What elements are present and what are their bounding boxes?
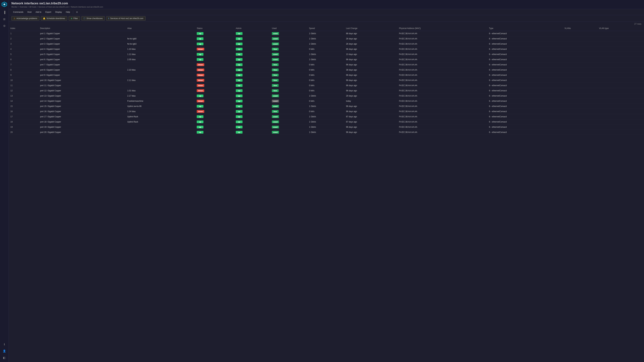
cell-alias: fw-ks-igb3: [126, 41, 195, 46]
cell-last-change: 96 days ago: [344, 62, 397, 67]
cell-type: 6 - ethernetCsmacd: [487, 109, 563, 114]
table-row[interactable]: 3 port 3: Gigabit Copper fw-ks-igb3 up u…: [9, 41, 644, 46]
cell-index: 13: [9, 93, 38, 98]
table-row[interactable]: 11 port 11: Gigabit Copper down up free …: [9, 83, 644, 88]
cell-alias: [126, 31, 195, 36]
cell-mac: F4:EC:38:AA:AA:AA: [397, 114, 487, 119]
cell-speed: 0 bit/s: [308, 109, 344, 114]
cell-mac: F4:EC:38:AA:AA:AA: [397, 109, 487, 114]
cell-description: port 10: Gigabit Copper: [38, 78, 126, 83]
cell-description: port 1: Gigabit Copper: [38, 31, 126, 36]
cell-admin: up: [234, 78, 270, 83]
table-row[interactable]: 6 port 6: Gigabit Copper 2.05 blau up up…: [9, 57, 644, 62]
cell-vlans: [563, 93, 598, 98]
cell-last-change: 26 days ago: [344, 36, 397, 41]
cell-alias: Frankiermaschine: [126, 98, 195, 104]
commands-button[interactable]: Commands: [12, 10, 25, 14]
checkboxes-button[interactable]: ☐ Show checkboxes: [81, 16, 105, 21]
cell-vlan-type: [598, 36, 644, 41]
cell-index: 8: [9, 67, 38, 72]
col-last-change: Last Change: [344, 26, 397, 31]
cell-admin: up: [234, 88, 270, 93]
col-vlans: VLANs: [563, 26, 598, 31]
table-row[interactable]: 12 port 12: Gigabit Copper 1.01 blau dow…: [9, 88, 644, 93]
table-row[interactable]: 13 port 13: Gigabit Copper 2.17 blau up …: [9, 93, 644, 98]
sidebar-item-settings[interactable]: ⚙: [1, 23, 8, 29]
host-button[interactable]: Host: [26, 10, 33, 14]
cell-alias: 2.05 blau: [126, 57, 195, 62]
cell-type: 6 - ethernetCsmacd: [487, 88, 563, 93]
table-row[interactable]: 5 port 5: Gigabit Copper 1.11 blau up up…: [9, 52, 644, 57]
table-header-row: Index Description Alias Status Admin Use…: [9, 26, 644, 31]
cell-description: port 19: Gigabit Copper: [38, 124, 126, 130]
cell-used: used: [270, 36, 308, 41]
cell-mac: F4:EC:38:AA:AA:AA: [397, 72, 487, 78]
cell-used: free: [270, 88, 308, 93]
sidebar-item-overview[interactable]: ⊞: [1, 16, 8, 22]
addto-button[interactable]: Add to: [34, 10, 43, 14]
chart-icon: ▐: [3, 11, 5, 14]
cell-status: up: [195, 130, 234, 135]
cell-last-change: 13 days ago: [344, 52, 397, 57]
cell-speed: 0 bit/s: [308, 78, 344, 83]
services-button[interactable]: ℹ Services of Host sw1.lan.tribe29.com: [106, 16, 146, 21]
collapse-button[interactable]: ⊙: [74, 10, 80, 14]
table-row[interactable]: 4 port 4: Gigabit Copper 1.10 blau down …: [9, 46, 644, 52]
cell-vlans: [563, 88, 598, 93]
cell-last-change: 38 days ago: [344, 67, 397, 72]
cell-last-change: 96 days ago: [344, 46, 397, 52]
col-mac: Physical Address (MAC): [397, 26, 487, 31]
sidebar-toggle-icon: ◧: [3, 356, 6, 359]
cell-type: 6 - ethernetCsmacd: [487, 98, 563, 104]
cell-alias: 2.10 blau: [126, 67, 195, 72]
cell-status: down: [195, 46, 234, 52]
table-row[interactable]: 16 port 16: Gigabit Copper 1.24 blau dow…: [9, 109, 644, 114]
cell-last-change: 29 days ago: [344, 93, 397, 98]
help-button[interactable]: Help: [64, 10, 72, 14]
table-row[interactable]: 2 port 2: Gigabit Copper fw-ks-igb0 up u…: [9, 36, 644, 41]
table-row[interactable]: 8 port 8: Gigabit Copper 2.10 blau down …: [9, 67, 644, 72]
schedule-button[interactable]: 🔔 Schedule downtimes: [41, 16, 67, 21]
table-row[interactable]: 15 port 15: Gigabit Copper Uplink sw-ks-…: [9, 104, 644, 109]
cell-last-change: 96 days ago: [344, 130, 397, 135]
sidebar-item-user[interactable]: 👤: [1, 348, 8, 354]
cell-vlans: [563, 31, 598, 36]
table-row[interactable]: 14 port 14: Gigabit Copper Frankiermasch…: [9, 98, 644, 104]
col-admin: Admin: [234, 26, 270, 31]
cell-description: port 18: Gigabit Copper: [38, 119, 126, 124]
cell-type: 6 - ethernetCsmacd: [487, 104, 563, 109]
action-bar: ⚠ Acknowledge problems 🔔 Schedule downti…: [9, 15, 644, 22]
cell-status: down: [195, 62, 234, 67]
cell-speed: 0 bit/s: [308, 72, 344, 78]
cell-vlans: [563, 52, 598, 57]
filter-button[interactable]: ⊕ Filter: [68, 16, 80, 21]
table-row[interactable]: 9 port 9: Gigabit Copper down up free 0 …: [9, 72, 644, 78]
cell-last-change: today: [344, 98, 397, 104]
table-row[interactable]: 7 port 7: Gigabit Copper down up free 0 …: [9, 62, 644, 67]
cell-alias: 1.10 blau: [126, 46, 195, 52]
cell-mac: F4:EC:38:AA:AA:AA: [397, 57, 487, 62]
cell-description: port 5: Gigabit Copper: [38, 52, 126, 57]
export-button[interactable]: Export: [44, 10, 53, 14]
cell-index: 19: [9, 124, 38, 130]
sidebar-logo[interactable]: [1, 1, 8, 7]
display-button[interactable]: Display: [54, 10, 64, 14]
sidebar-item-toggle[interactable]: ◧: [1, 355, 8, 361]
sidebar-item-dashboard[interactable]: ▐: [1, 9, 8, 15]
cell-mac: F4:EC:38:AA:AA:AA: [397, 67, 487, 72]
cell-last-change: 87 days ago: [344, 119, 397, 124]
table-row[interactable]: 10 port 10: Gigabit Copper 2.11 blau dow…: [9, 78, 644, 83]
cell-index: 20: [9, 130, 38, 135]
sidebar-item-info[interactable]: ℹ: [1, 341, 8, 347]
table-row[interactable]: 17 port 17: Gigabit Copper Uplink-Rack u…: [9, 114, 644, 119]
cell-index: 14: [9, 98, 38, 104]
acknowledge-button[interactable]: ⚠ Acknowledge problems: [12, 16, 40, 21]
table-row[interactable]: 19 port 19: Gigabit Copper up up used 1 …: [9, 124, 644, 130]
col-description: Description: [38, 26, 126, 31]
table-row[interactable]: 1 port 1: Gigabit Copper up up used 1 Gb…: [9, 31, 644, 36]
row-count: 27 rows: [9, 22, 644, 26]
cell-used: used: [270, 31, 308, 36]
table-row[interactable]: 20 port 20: Gigabit Copper up up used 1 …: [9, 130, 644, 135]
table-row[interactable]: 18 port 18: Gigabit Copper Uplink-Rack u…: [9, 119, 644, 124]
cell-used: free: [270, 109, 308, 114]
